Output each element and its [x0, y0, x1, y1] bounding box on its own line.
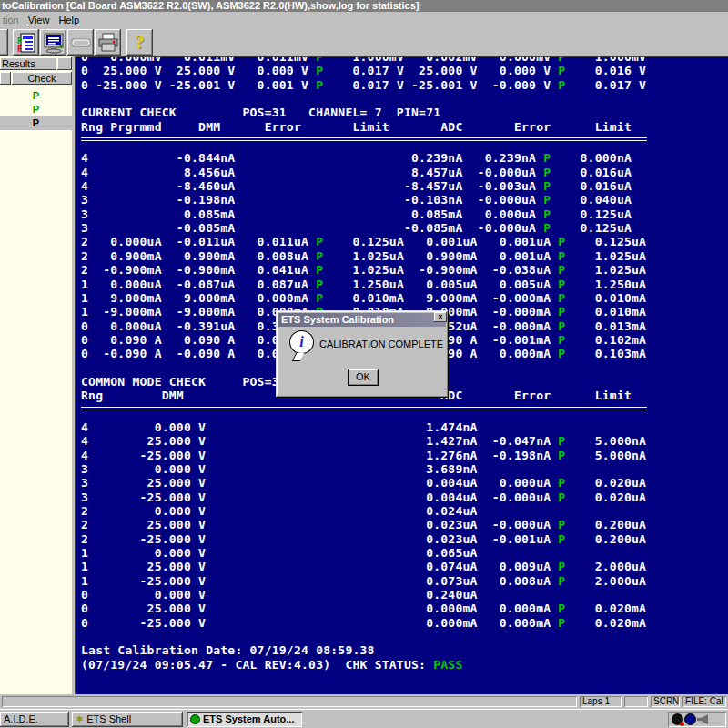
menu-bar: tionViewHelp: [0, 12, 728, 27]
taskbar-button-ets-shell[interactable]: ✶ETS Shell: [72, 712, 183, 727]
printer-icon: [97, 32, 119, 54]
application-window: toCalibration [Cal Board ASM3622 R2.0(SW…: [0, 0, 728, 728]
terminal-line: 2 25.000 V 0.023uA -0.000uA P 0.200uA: [81, 518, 647, 531]
monitor-view-button[interactable]: [40, 29, 66, 56]
taskbar-button-ets-system-auto-[interactable]: ETS System Auto...: [187, 712, 302, 727]
check-column-spacer: [0, 72, 11, 85]
taskbar-button-label: ETS System Auto...: [203, 712, 294, 727]
terminal-line: (07/19/24 09:05.47 - CAL REV:4.03) CHK S…: [81, 658, 647, 672]
window-titlebar[interactable]: toCalibration [Cal Board ASM3622 R2.0(SW…: [0, 0, 728, 12]
terminal-line: 2 -25.000 V 0.023uA -0.001uA P 0.200uA: [81, 532, 647, 546]
svg-text:F: F: [17, 45, 22, 54]
terminal-line: 0 25.000 V 0.000mA 0.000mA P 0.020mA: [81, 602, 647, 615]
status-cell-laps: Laps 1: [580, 696, 622, 707]
terminal-line: 0 -25.000 V -25.001 V 0.001 V P 0.017 V …: [81, 78, 647, 92]
menu-item-tion[interactable]: tion: [0, 14, 25, 26]
terminal-line: 1 0.000uA -0.087uA 0.087uA P 1.250uA 0.0…: [81, 278, 647, 291]
terminal-line: CURRENT CHECK POS=31 CHANNEL= 7 PIN=71: [81, 106, 647, 119]
status-cell-main: [2, 696, 577, 707]
results-panel-header-spacer: [57, 57, 72, 70]
dialog-message: CALIBRATION COMPLETE: [319, 339, 443, 349]
terminal-line: 2 0.900mA 0.900mA 0.008uA P 1.025uA 0.90…: [81, 249, 647, 263]
taskbar-button-label: ETS Shell: [86, 712, 131, 727]
window-title: toCalibration [Cal Board ASM3622 R2.0(SW…: [2, 0, 419, 11]
toolbar: P F: [0, 27, 728, 56]
calibration-complete-dialog: ETS System Calibration × i CALIBRATION C…: [276, 310, 449, 398]
dialog-title: ETS System Calibration: [281, 314, 394, 325]
info-icon: i: [289, 330, 314, 354]
results-panel: Results Check PPP: [0, 56, 72, 694]
terminal-line: 2 0.000uA -0.011uA 0.011uA P 0.125uA 0.0…: [81, 235, 647, 248]
monitor-icon: [43, 32, 65, 54]
os-taskbar: A.I.D.E.✶ETS ShellETS System Auto...: [0, 709, 728, 728]
tray-volume-icon[interactable]: [697, 714, 708, 724]
terminal-line: 4 -25.000 V 1.276nA -0.198nA P 5.000nA: [81, 449, 647, 462]
tray-clock-icon[interactable]: [672, 713, 683, 725]
help-icon: ?: [136, 32, 145, 53]
terminal-line: 2 0.000 V 0.024uA: [81, 504, 647, 518]
print-button[interactable]: [95, 29, 121, 56]
result-item[interactable]: P: [0, 116, 72, 130]
table-separator: [81, 137, 647, 141]
report-icon: P F: [16, 32, 36, 54]
menu-item-view[interactable]: View: [25, 14, 56, 26]
results-report-button[interactable]: P F: [13, 29, 39, 56]
terminal-line: 4 25.000 V 1.427nA -0.047nA P 5.000nA: [81, 434, 647, 448]
terminal-line: 0 -25.000 V 0.000mA 0.000mA P 0.020mA: [81, 616, 647, 630]
disabled-slot-icon: [70, 32, 92, 54]
toolbar-button-partial[interactable]: [0, 29, 8, 56]
help-button[interactable]: ?: [126, 29, 153, 56]
status-cell-empty: [624, 696, 648, 707]
terminal-line: [81, 407, 647, 420]
terminal-line: Rng Prgrmmd DMM Error Limit ADC Error Li…: [81, 120, 647, 134]
taskbar-button-label: A.I.D.E.: [4, 712, 38, 727]
terminal-line: 1 9.000mA 9.000mA 0.000mA P 0.010mA 9.00…: [81, 291, 647, 305]
terminal-line: 3 -0.198nA -0.103nA -0.000uA P 0.040uA: [81, 193, 647, 207]
terminal-line: 1 -25.000 V 0.073uA 0.008uA P 2.000uA: [81, 574, 647, 588]
terminal-line: 4 0.000 V 1.474nA: [81, 420, 647, 434]
terminal-line: [81, 630, 647, 643]
table-separator: [81, 407, 647, 410]
status-bar: Laps 1 SCRN FILE: Cal: [0, 694, 728, 709]
terminal-line: 3 0.000 V 3.689nA: [81, 462, 647, 476]
terminal-line: 2 -0.900mA -0.900mA 0.041uA P 1.025uA -0…: [81, 263, 647, 277]
green-ball-icon: [190, 714, 200, 724]
terminal-line: 3 0.085mA 0.085mA 0.000uA P 0.125uA: [81, 207, 647, 221]
terminal-line: 4 -0.844nA 0.239nA 0.239nA P 8.000nA: [81, 151, 647, 165]
menu-item-help[interactable]: Help: [56, 14, 86, 26]
terminal-line: 0 25.000 V 25.000 V 0.000 V P 0.017 V 25…: [81, 64, 647, 77]
status-cell-scrn: SCRN: [651, 696, 680, 707]
result-item[interactable]: P: [0, 103, 72, 116]
terminal-line: [81, 137, 647, 151]
system-tray: [668, 712, 726, 727]
results-panel-header[interactable]: Results: [0, 57, 56, 70]
terminal-line: 3 -25.000 V 0.004uA -0.000uA P 0.020uA: [81, 490, 647, 504]
taskbar-button-a-i-d-e-[interactable]: A.I.D.E.: [0, 712, 69, 727]
close-icon: ×: [438, 312, 442, 321]
terminal-line: 0 0.000 V 0.240uA: [81, 588, 647, 602]
terminal-line: 3 25.000 V 0.004uA 0.000uA P 0.020uA: [81, 476, 647, 490]
terminal-line: [81, 92, 647, 106]
shell-icon: ✶: [76, 712, 84, 727]
terminal-line: 3 -0.085mA -0.085mA -0.000uA P 0.125uA: [81, 221, 647, 235]
terminal-line: 1 25.000 V 0.074uA 0.009uA P 2.000uA: [81, 560, 647, 573]
terminal-line: 4 8.456uA 8.457uA -0.000uA P 0.016uA: [81, 166, 647, 179]
terminal-line: Last Calibration Date: 07/19/24 08:59.38: [81, 643, 647, 657]
ok-button[interactable]: OK: [348, 369, 379, 386]
tray-network-icon[interactable]: [684, 713, 696, 725]
terminal-line: 4 -8.460uA -8.457uA -0.003uA P 0.016uA: [81, 179, 647, 193]
status-cell-file: FILE: Cal: [682, 696, 726, 707]
result-item[interactable]: P: [0, 89, 72, 103]
disabled-tool-button: [67, 29, 94, 56]
close-button[interactable]: ×: [434, 312, 447, 322]
check-column-header[interactable]: Check: [12, 72, 72, 85]
terminal-line: 0 0.000mV 0.011mV 0.011mV P 1.000mV 0.00…: [81, 56, 647, 64]
info-icon-tail: [292, 353, 304, 361]
dialog-titlebar[interactable]: ETS System Calibration: [278, 313, 446, 327]
terminal-line: 1 0.000 V 0.065uA: [81, 546, 647, 560]
